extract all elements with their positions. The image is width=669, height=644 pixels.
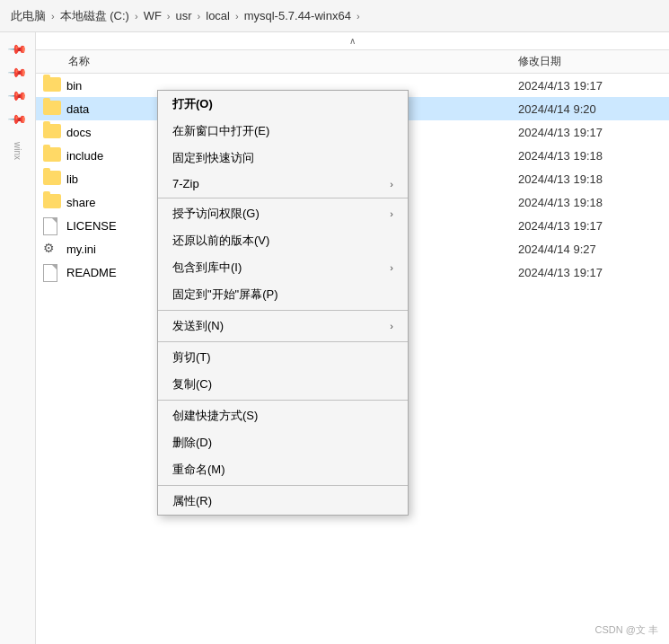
- column-headers: 名称 修改日期: [36, 50, 669, 74]
- ctx-send-to-label: 发送到(N): [172, 318, 224, 334]
- ctx-7zip-label: 7-Zip: [172, 177, 199, 190]
- folder-icon-docs: [43, 124, 61, 140]
- ctx-open-new-win-label: 在新窗口中打开(E): [172, 123, 269, 139]
- pin-icon-2[interactable]: 📌: [4, 59, 30, 84]
- ctx-grant-arrow: ›: [390, 208, 393, 219]
- ctx-send-to[interactable]: 发送到(N) ›: [158, 313, 408, 340]
- breadcrumb-sep-5: ›: [357, 11, 360, 22]
- gear-icon-myini: ⚙: [43, 241, 61, 257]
- watermark-text: CSDN @文 丰: [595, 624, 658, 635]
- file-date-readme: 2024/4/13 19:17: [518, 266, 662, 279]
- file-date-data: 2024/4/14 9:20: [518, 102, 662, 116]
- ctx-7zip[interactable]: 7-Zip ›: [158, 172, 408, 196]
- ctx-sep-4: [158, 400, 408, 401]
- folder-icon-share: [43, 194, 61, 210]
- breadcrumb-sep-0: ›: [51, 11, 55, 22]
- col-date-label: 修改日期: [518, 55, 561, 67]
- file-date-include: 2024/4/13 19:18: [518, 149, 662, 163]
- explorer-window: 此电脑 › 本地磁盘 (C:) › WF › usr › local › mys…: [0, 0, 669, 644]
- ctx-delete-label: 删除(D): [172, 435, 212, 451]
- folder-icon-bin: [43, 77, 61, 93]
- breadcrumb-mysql[interactable]: mysql-5.7.44-winx64: [244, 9, 351, 22]
- ctx-restore[interactable]: 还原以前的版本(V): [158, 227, 408, 254]
- col-name-header[interactable]: 名称: [43, 54, 518, 69]
- breadcrumb-usr[interactable]: usr: [176, 9, 192, 22]
- ctx-open-new-win[interactable]: 在新窗口中打开(E): [158, 118, 408, 145]
- ctx-grant-label: 授予访问权限(G): [172, 206, 260, 222]
- file-date-share: 2024/4/13 19:18: [518, 196, 662, 209]
- sidebar-winx-label: winx: [13, 142, 22, 160]
- ctx-properties-label: 属性(R): [172, 493, 212, 509]
- ctx-pin-start-label: 固定到"开始"屏幕(P): [172, 287, 278, 303]
- file-date-lib: 2024/4/13 19:18: [518, 172, 662, 186]
- ctx-send-to-arrow: ›: [390, 321, 393, 331]
- file-date-license: 2024/4/13 19:17: [518, 219, 662, 233]
- breadcrumb-wf[interactable]: WF: [144, 9, 162, 22]
- ctx-copy[interactable]: 复制(C): [158, 371, 408, 398]
- breadcrumb-local[interactable]: local: [206, 9, 230, 22]
- ctx-pin-start[interactable]: 固定到"开始"屏幕(P): [158, 281, 408, 308]
- ctx-sep-1: [158, 198, 408, 198]
- file-date-docs: 2024/4/13 19:17: [518, 126, 662, 139]
- ctx-pin-quick-label: 固定到快速访问: [172, 150, 254, 166]
- breadcrumb-c[interactable]: 本地磁盘 (C:): [60, 8, 129, 24]
- ctx-open[interactable]: 打开(O): [158, 91, 408, 118]
- folder-icon-data: [43, 101, 61, 117]
- ctx-rename-label: 重命名(M): [172, 462, 225, 478]
- watermark: CSDN @文 丰: [595, 623, 658, 637]
- breadcrumb: 此电脑 › 本地磁盘 (C:) › WF › usr › local › mys…: [0, 0, 669, 32]
- ctx-cut-label: 剪切(T): [172, 349, 211, 366]
- folder-icon-include: [43, 147, 61, 163]
- ctx-shortcut-label: 创建快捷方式(S): [172, 408, 258, 424]
- ctx-7zip-arrow: ›: [390, 179, 393, 190]
- ctx-include-lib-label: 包含到库中(I): [172, 260, 242, 276]
- ctx-grant[interactable]: 授予访问权限(G) ›: [158, 200, 408, 227]
- ctx-sep-2: [158, 310, 408, 311]
- col-date-header[interactable]: 修改日期: [518, 54, 662, 69]
- breadcrumb-sep-3: ›: [198, 11, 201, 22]
- ctx-copy-label: 复制(C): [172, 376, 212, 393]
- ctx-delete[interactable]: 删除(D): [158, 429, 408, 456]
- ctx-shortcut[interactable]: 创建快捷方式(S): [158, 402, 408, 429]
- breadcrumb-thispc[interactable]: 此电脑: [11, 8, 46, 24]
- ctx-cut[interactable]: 剪切(T): [158, 344, 408, 371]
- ctx-sep-3: [158, 341, 408, 342]
- folder-icon-lib: [43, 171, 61, 187]
- ctx-rename[interactable]: 重命名(M): [158, 456, 408, 483]
- file-icon-readme: [43, 264, 61, 280]
- file-icon-license: [43, 217, 61, 234]
- pin-icon-3[interactable]: 📌: [4, 83, 30, 108]
- pin-icon-4[interactable]: 📌: [4, 106, 30, 131]
- ctx-pin-quick[interactable]: 固定到快速访问: [158, 145, 408, 172]
- ctx-restore-label: 还原以前的版本(V): [172, 233, 269, 249]
- pin-icon[interactable]: 📌: [4, 36, 30, 61]
- ctx-properties[interactable]: 属性(R): [158, 488, 408, 515]
- ctx-sep-5: [158, 485, 408, 486]
- nav-up-arrow: ∧: [349, 36, 356, 46]
- file-date-myini: 2024/4/14 9:27: [518, 243, 662, 256]
- breadcrumb-sep-1: ›: [135, 11, 138, 22]
- ctx-include-lib[interactable]: 包含到库中(I) ›: [158, 254, 408, 281]
- file-date-bin: 2024/4/13 19:17: [518, 79, 662, 93]
- ctx-include-lib-arrow: ›: [390, 262, 393, 273]
- breadcrumb-sep-2: ›: [167, 11, 171, 22]
- context-menu: 打开(O) 在新窗口中打开(E) 固定到快速访问 7-Zip › 授予访问权限(…: [157, 90, 409, 516]
- sidebar: 📌 📌 📌 📌 winx: [0, 32, 36, 644]
- ctx-open-label: 打开(O): [172, 96, 213, 112]
- col-name-label: 名称: [68, 55, 90, 67]
- nav-up-area: ∧: [36, 32, 669, 50]
- breadcrumb-sep-4: ›: [235, 11, 239, 22]
